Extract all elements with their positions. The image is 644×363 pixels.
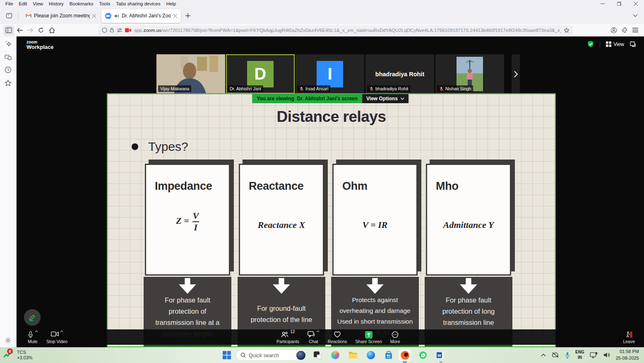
topbar-separator: [600, 41, 600, 48]
viewing-banner-text: You are viewing Dr. Abhishri Jani's scre…: [252, 94, 362, 103]
lock-icon[interactable]: [110, 27, 114, 33]
synced-tabs-icon[interactable]: [5, 54, 12, 60]
history-clock-icon[interactable]: [5, 66, 12, 73]
content-row: zoom Workplace View Vijay Makwana D Dr. …: [0, 36, 644, 347]
menu-tabs-sharing-devices[interactable]: Tabs sharing devices: [113, 1, 163, 7]
stock-ticker: TCS: [17, 350, 33, 355]
menu-help[interactable]: Help: [163, 1, 179, 7]
view-options-button[interactable]: View Options: [362, 94, 409, 103]
home-icon[interactable]: [46, 25, 57, 35]
search-highlight-image[interactable]: [296, 351, 305, 360]
card-heading: Reactance: [249, 180, 323, 193]
mute-options-chevron[interactable]: [35, 330, 38, 332]
stop-video-button[interactable]: Stop Video: [42, 329, 72, 345]
tab-zoom-active[interactable]: Dr. Abhishri Jani's Zoom M: [101, 9, 181, 23]
chat-options-chevron[interactable]: [316, 330, 320, 332]
maximize-icon[interactable]: [611, 0, 627, 7]
tab-audio-icon[interactable]: [114, 13, 119, 19]
chat-button[interactable]: Chat: [303, 329, 324, 345]
account-icon[interactable]: [608, 25, 619, 35]
card-mho: Mho Admittance Y: [426, 164, 511, 276]
menu-bookmarks[interactable]: Bookmarks: [67, 1, 96, 7]
tray-mic-icon[interactable]: [565, 352, 570, 358]
whatsapp-icon: [419, 351, 427, 359]
avatar: D: [247, 61, 274, 87]
new-tab-button[interactable]: [183, 10, 193, 21]
viewing-banner: You are viewing Dr. Abhishri Jani's scre…: [252, 94, 409, 103]
firefox-button[interactable]: [399, 349, 411, 361]
meeting-secure-shield-icon[interactable]: [587, 41, 594, 48]
bullet-dot: [132, 143, 138, 150]
extensions-puzzle-icon[interactable]: [619, 25, 630, 35]
store-button[interactable]: [382, 349, 395, 361]
video-tile-abhishri[interactable]: D Dr. Abhishri Jani: [226, 54, 295, 94]
tab-close-icon[interactable]: [173, 14, 177, 18]
task-view-icon: [313, 351, 322, 359]
volume-icon[interactable]: [603, 352, 610, 358]
menu-file[interactable]: File: [2, 1, 16, 7]
avatar-initial: D: [255, 65, 267, 83]
task-view-button[interactable]: [311, 349, 324, 361]
muted-mic-icon: [369, 87, 374, 91]
annotate-button[interactable]: [24, 309, 41, 326]
sidebar-settings-gear-icon[interactable]: [5, 337, 12, 344]
stock-widget[interactable]: 8 TCS +3.03%: [3, 350, 33, 361]
view-button[interactable]: View: [606, 41, 624, 47]
bookmark-star-icon[interactable]: [564, 27, 570, 33]
copilot-button[interactable]: [329, 349, 341, 361]
tray-chevron-up-icon[interactable]: [541, 353, 546, 357]
navigation-bar: app.zoom.us/wc/72011786798/join?fromPWA=…: [0, 24, 644, 36]
taskbar-clock[interactable]: 01:58 PM 25-08-2025: [616, 348, 639, 362]
bookmarks-star-icon[interactable]: [5, 80, 12, 87]
tab-gmail[interactable]: Please join Zoom meeting in pr: [22, 9, 100, 23]
menu-history[interactable]: History: [46, 1, 67, 7]
ai-chat-icon[interactable]: [5, 41, 12, 48]
mute-button[interactable]: Mute: [23, 329, 42, 345]
tracking-shield-icon[interactable]: [102, 27, 107, 33]
next-participants-chevron[interactable]: [512, 54, 520, 94]
video-tile-nishan[interactable]: Nishan Singh: [435, 54, 504, 94]
reactions-button[interactable]: Reactions: [324, 329, 351, 345]
permissions-icon[interactable]: [117, 28, 123, 33]
word-button[interactable]: W: [435, 349, 447, 361]
menu-view[interactable]: View: [30, 1, 46, 7]
participant-name-label: Irsad Ansari: [297, 85, 330, 92]
back-icon[interactable]: [14, 25, 25, 35]
close-icon[interactable]: [627, 0, 644, 7]
tab-close-icon[interactable]: [92, 14, 96, 18]
muted-mic-icon: [439, 87, 444, 91]
hamburger-menu-icon[interactable]: [630, 25, 641, 35]
edge-button[interactable]: [365, 349, 377, 361]
down-arrow-icon: [272, 278, 291, 294]
participants-button[interactable]: 12 Participants: [272, 329, 303, 345]
share-screen-button[interactable]: Share Screen: [351, 329, 386, 345]
leave-door-icon: [625, 331, 633, 338]
url-bar[interactable]: app.zoom.us/wc/72011786798/join?fromPWA=…: [99, 25, 573, 35]
language-indicator[interactable]: ENG IN: [575, 350, 584, 361]
whatsapp-button[interactable]: [417, 349, 429, 361]
network-display-icon[interactable]: [590, 352, 598, 358]
url-text[interactable]: app.zoom.us/wc/72011786798/join?fromPWA=…: [134, 28, 561, 33]
video-options-chevron[interactable]: [60, 330, 63, 332]
taskbar-search[interactable]: Quick search: [236, 350, 307, 361]
card-heading: Ohm: [342, 180, 416, 193]
screen-sharing-camera-icon[interactable]: [125, 28, 132, 33]
start-button[interactable]: [221, 349, 233, 361]
forward-icon[interactable]: [25, 25, 36, 35]
video-tile-irsad[interactable]: I Irsad Ansari: [296, 54, 364, 94]
onedrive-paused-icon[interactable]: [551, 352, 560, 358]
file-explorer-button[interactable]: [347, 349, 359, 361]
list-all-tabs-icon[interactable]: [630, 14, 641, 17]
more-button[interactable]: More: [386, 329, 404, 345]
minimize-icon[interactable]: [594, 0, 611, 7]
menu-tools[interactable]: Tools: [96, 1, 113, 7]
popout-window-icon[interactable]: [630, 41, 637, 47]
reload-icon[interactable]: [36, 25, 46, 35]
firefox-view-icon[interactable]: [3, 10, 15, 22]
sidebar-toggle-icon[interactable]: [3, 25, 14, 35]
video-tile-bhadradiya[interactable]: bhadradiya Rohit bhadradiya Rohit: [365, 54, 434, 94]
video-tile-vijay[interactable]: Vijay Makwana: [156, 54, 225, 94]
menu-edit[interactable]: Edit: [16, 1, 30, 7]
leave-button[interactable]: Leave: [619, 329, 639, 345]
firefox-icon: [401, 351, 409, 360]
